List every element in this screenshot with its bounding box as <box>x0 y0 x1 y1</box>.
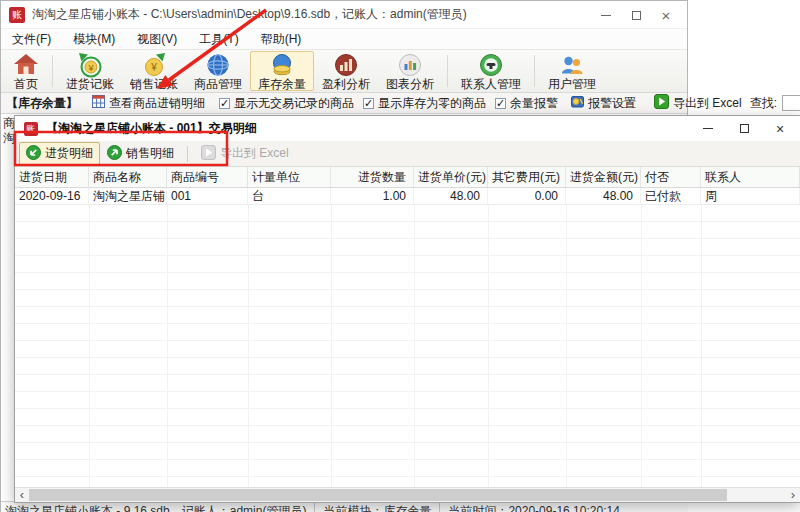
column-separator <box>566 205 567 487</box>
menu-tools[interactable]: 工具(T) <box>188 29 249 49</box>
export-excel-disabled-icon <box>201 145 216 163</box>
column-header[interactable]: 联系人 <box>701 167 800 187</box>
export-excel-button[interactable]: 导出到 Excel <box>650 93 746 113</box>
sales-detail-button[interactable]: 销售明细 <box>100 142 181 166</box>
horizontal-scrollbar[interactable]: ‹ › <box>15 487 800 502</box>
child-title-bar: 账 【淘淘之星店铺小账本 - 001】交易明细 × <box>15 116 800 141</box>
checkbox-show-zero-stock[interactable]: ✓ 显示库存为零的商品 <box>363 95 486 112</box>
checkbox-show-no-trade[interactable]: ✓ 显示无交易记录的商品 <box>219 95 354 112</box>
window-controls: × <box>591 1 681 29</box>
checkbox-balance-alarm[interactable]: ✓ 余量报警 <box>495 95 558 112</box>
checkbox-label: 显示库存为零的商品 <box>378 95 486 112</box>
cell-other-fee: 0.00 <box>488 188 566 204</box>
column-header[interactable]: 商品编号 <box>167 167 248 187</box>
column-header[interactable]: 进货数量 <box>331 167 414 187</box>
export-excel-icon <box>654 94 669 112</box>
desktop: 账 淘淘之星店铺小账本 - C:\Users\admin\Desktop\9.1… <box>0 0 800 512</box>
transaction-detail-window: 账 【淘淘之星店铺小账本 - 001】交易明细 × 进货明细 销售明细 <box>14 115 800 503</box>
toolbar-label: 图表分析 <box>386 78 434 91</box>
toolbar-button-inventory-balance[interactable]: 库存余量 <box>250 51 314 91</box>
toolbar-button-product-management[interactable]: 商品管理 <box>186 51 250 91</box>
menu-view[interactable]: 视图(V) <box>126 29 188 49</box>
toolbar-separator <box>187 146 188 162</box>
status-current-time: 当前时间：2020-09-16 10:20:14 <box>448 503 619 512</box>
toolbar-button-purchase-ledger[interactable]: ¥ 进货记账 <box>58 51 122 91</box>
cell-product-code: 001 <box>167 188 248 204</box>
toolbar-button-contacts[interactable]: 联系人管理 <box>453 51 529 91</box>
toolbar-separator <box>534 55 535 87</box>
column-header[interactable]: 进货单价(元) <box>414 167 488 187</box>
checkbox-label: 余量报警 <box>510 95 558 112</box>
toolbar-button-profit-analysis[interactable]: 盈利分析 <box>314 51 378 91</box>
close-button[interactable]: × <box>651 1 681 29</box>
status-current-module: 当前模块：库存余量 <box>323 503 431 512</box>
scrollbar-thumb[interactable] <box>29 489 727 501</box>
checkbox-checked-icon: ✓ <box>363 98 374 109</box>
search-input[interactable] <box>782 95 800 111</box>
view-detail-button[interactable]: 查看商品进销明细 <box>88 94 209 113</box>
close-button[interactable]: × <box>762 116 798 141</box>
minimize-button[interactable] <box>591 1 621 29</box>
column-header[interactable]: 进货日期 <box>15 167 89 187</box>
toolbar-button-home[interactable]: 首页 <box>5 51 47 91</box>
minimize-button[interactable] <box>690 116 726 141</box>
toolbar-separator <box>447 55 448 87</box>
column-header[interactable]: 商品名称 <box>89 167 167 187</box>
maximize-button[interactable] <box>726 116 762 141</box>
menu-modules[interactable]: 模块(M) <box>62 29 126 49</box>
maximize-button[interactable] <box>621 1 651 29</box>
home-icon <box>13 52 39 78</box>
main-toolbar: 首页 ¥ 进货记账 ¥ 销售记账 商品管理 <box>1 49 687 93</box>
menu-bar: 文件(F) 模块(M) 视图(V) 工具(T) 帮助(H) <box>1 29 687 49</box>
alarm-settings-icon <box>571 95 584 111</box>
product-management-icon <box>205 52 231 78</box>
main-title-bar: 账 淘淘之星店铺小账本 - C:\Users\admin\Desktop\9.1… <box>1 1 687 29</box>
column-header[interactable]: 进货金额(元) <box>566 167 641 187</box>
maximize-icon <box>632 11 641 20</box>
cell-paid-status: 已付款 <box>641 188 701 204</box>
contacts-icon <box>478 52 504 78</box>
cell-unit-price: 48.00 <box>414 188 488 204</box>
users-icon <box>559 52 585 78</box>
menu-file[interactable]: 文件(F) <box>1 29 62 49</box>
toolbar-label: 销售记账 <box>130 78 178 91</box>
purchase-detail-button[interactable]: 进货明细 <box>19 142 100 166</box>
toolbar-button-user-management[interactable]: 用户管理 <box>540 51 604 91</box>
scroll-right-arrow-icon[interactable]: › <box>786 488 800 502</box>
table-row[interactable]: 2020-09-16 淘淘之星店铺... 001 台 1.00 48.00 0.… <box>15 188 800 205</box>
alarm-settings-button[interactable]: 报警设置 <box>567 94 640 113</box>
column-header[interactable]: 付否 <box>641 167 701 187</box>
status-divider <box>314 503 315 512</box>
cell-contact: 周 <box>701 188 800 204</box>
purchase-detail-icon <box>26 145 41 163</box>
profit-analysis-icon <box>333 52 359 78</box>
export-excel-button-disabled: 导出到 Excel <box>194 142 296 166</box>
sales-detail-label: 销售明细 <box>126 145 174 162</box>
child-window-controls: × <box>690 116 798 141</box>
column-separator <box>414 205 415 487</box>
toolbar-button-sales-ledger[interactable]: ¥ 销售记账 <box>122 51 186 91</box>
toolbar-separator <box>52 55 53 87</box>
menu-help[interactable]: 帮助(H) <box>250 29 313 49</box>
column-separator <box>89 205 90 487</box>
table-empty-area <box>15 205 800 487</box>
toolbar-label: 用户管理 <box>548 78 596 91</box>
cell-amount: 48.00 <box>566 188 641 204</box>
main-window-title: 淘淘之星店铺小账本 - C:\Users\admin\Desktop\9.16.… <box>32 6 467 23</box>
alarm-settings-label: 报警设置 <box>588 95 636 112</box>
export-excel-label: 导出到 Excel <box>673 95 742 112</box>
search-label: 查找: <box>750 95 777 112</box>
column-header[interactable]: 其它费用(元) <box>488 167 566 187</box>
toolbar-label: 首页 <box>14 78 38 91</box>
column-separator <box>488 205 489 487</box>
column-header[interactable]: 计量单位 <box>248 167 331 187</box>
app-logo-icon: 账 <box>24 122 38 136</box>
cell-product-name: 淘淘之星店铺... <box>89 188 167 204</box>
scroll-left-arrow-icon[interactable]: ‹ <box>15 488 29 502</box>
column-separator <box>331 205 332 487</box>
export-excel-label: 导出到 Excel <box>220 145 289 162</box>
table-header-row: 进货日期 商品名称 商品编号 计量单位 进货数量 进货单价(元) 其它费用(元)… <box>15 167 800 188</box>
column-separator <box>167 205 168 487</box>
minimize-icon <box>601 15 611 16</box>
toolbar-button-chart-analysis[interactable]: 图表分析 <box>378 51 442 91</box>
